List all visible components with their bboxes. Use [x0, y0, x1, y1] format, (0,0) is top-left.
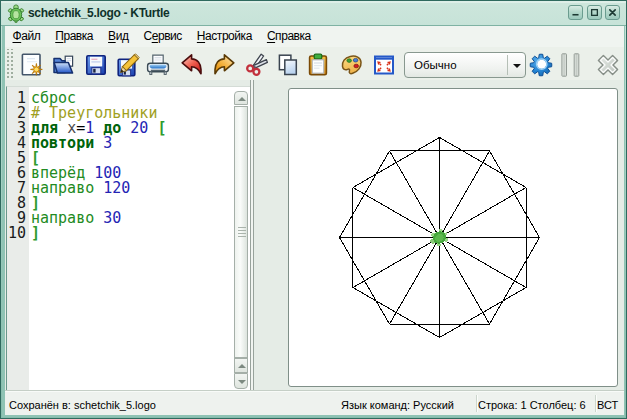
new-file-button[interactable]	[19, 52, 45, 78]
code-line-9[interactable]: 9направо 30	[7, 211, 250, 226]
speed-combobox[interactable]: Обычно	[404, 52, 526, 78]
redo-icon	[212, 53, 236, 77]
code-text: ]	[31, 226, 40, 241]
status-save-state: Сохранён в: schetchik_5.logo	[9, 399, 156, 411]
run-gear-icon	[529, 53, 553, 77]
status-cursor-position: Строка: 1 Столбец: 6	[478, 399, 586, 411]
menu-item-5[interactable]: Справка	[259, 26, 318, 45]
main-area: 1сброс2# Треугольники3для x=1 до 20 [4по…	[5, 80, 624, 392]
scroll-up-button[interactable]	[234, 91, 248, 105]
pause-icon	[558, 53, 582, 77]
code-line-4[interactable]: 4повтори 3	[7, 136, 250, 151]
open-file-button[interactable]	[51, 52, 77, 78]
code-line-10[interactable]: 10]	[7, 226, 250, 241]
code-editor[interactable]: 1сброс2# Треугольники3для x=1 до 20 [4по…	[6, 86, 250, 390]
status-bar: Сохранён в: schetchik_5.logo Язык команд…	[5, 391, 624, 415]
print-button[interactable]	[145, 52, 171, 78]
code-text: направо 30	[31, 211, 121, 226]
save-as-icon	[116, 53, 142, 79]
scroll-down-button[interactable]	[234, 373, 248, 389]
cut-button[interactable]	[243, 52, 269, 78]
undo-button[interactable]	[179, 52, 205, 78]
menu-item-1[interactable]: Правка	[48, 26, 101, 45]
copy-icon	[276, 53, 300, 77]
stop-icon	[596, 53, 620, 77]
paste-icon	[306, 53, 330, 77]
stop-button[interactable]	[595, 52, 621, 78]
code-line-7[interactable]: 7направо 120	[7, 181, 250, 196]
toolbar: Обычно	[5, 47, 624, 81]
save-icon	[84, 53, 108, 77]
minimize-button[interactable]	[568, 5, 583, 20]
scrollbar-grip	[238, 227, 246, 239]
title-bar[interactable]: schetchik_5.logo - KTurtle	[1, 1, 626, 26]
status-insert-mode: ВСТ	[597, 399, 618, 411]
chevron-down-icon	[513, 64, 521, 68]
fullscreen-icon	[372, 53, 396, 77]
status-language: Язык команд: Русский	[341, 399, 454, 411]
close-button[interactable]	[605, 5, 620, 20]
palette-button[interactable]	[339, 52, 365, 78]
new-file-icon	[20, 53, 44, 77]
fullscreen-button[interactable]	[371, 52, 397, 78]
status-separator	[476, 395, 477, 412]
menu-item-0[interactable]: Файл	[5, 26, 48, 45]
kturtle-window: schetchik_5.logo - KTurtle ФайлПравкаВид…	[0, 0, 627, 419]
scroll-up-button-2[interactable]	[234, 358, 248, 373]
speed-combobox-value: Обычно	[414, 59, 457, 71]
line-number: 10	[7, 226, 26, 241]
editor-frame-line	[250, 80, 254, 391]
spark	[31, 64, 43, 76]
toolbar-drag-handle[interactable]	[5, 49, 15, 78]
save-as-button[interactable]	[115, 52, 141, 78]
open-file-icon	[52, 53, 76, 77]
pause-button[interactable]	[557, 52, 583, 78]
maximize-button[interactable]	[587, 5, 602, 20]
turtle-canvas[interactable]	[288, 88, 618, 387]
run-button[interactable]	[528, 52, 554, 78]
print-icon	[146, 53, 170, 77]
redo-button[interactable]	[211, 52, 237, 78]
copy-button[interactable]	[275, 52, 301, 78]
menu-bar: ФайлПравкаВидСервисНастройкаСправка	[5, 26, 624, 48]
editor-vertical-scrollbar[interactable]	[234, 91, 248, 389]
scrollbar-thumb[interactable]	[234, 106, 248, 358]
code-text: направо 120	[31, 181, 130, 196]
menu-item-4[interactable]: Настройка	[189, 26, 259, 45]
turtle-icon	[7, 4, 25, 23]
menu-item-3[interactable]: Сервис	[136, 26, 189, 45]
code-text: повтори 3	[31, 136, 112, 151]
combobox-separator	[507, 55, 508, 75]
menu-item-2[interactable]: Вид	[101, 26, 136, 45]
window-title: schetchik_5.logo - KTurtle	[28, 6, 169, 20]
paste-button[interactable]	[305, 52, 331, 78]
save-button[interactable]	[83, 52, 109, 78]
palette-icon	[340, 53, 364, 77]
status-separator	[595, 395, 596, 412]
cut-icon	[244, 53, 268, 77]
undo-icon	[180, 53, 204, 77]
